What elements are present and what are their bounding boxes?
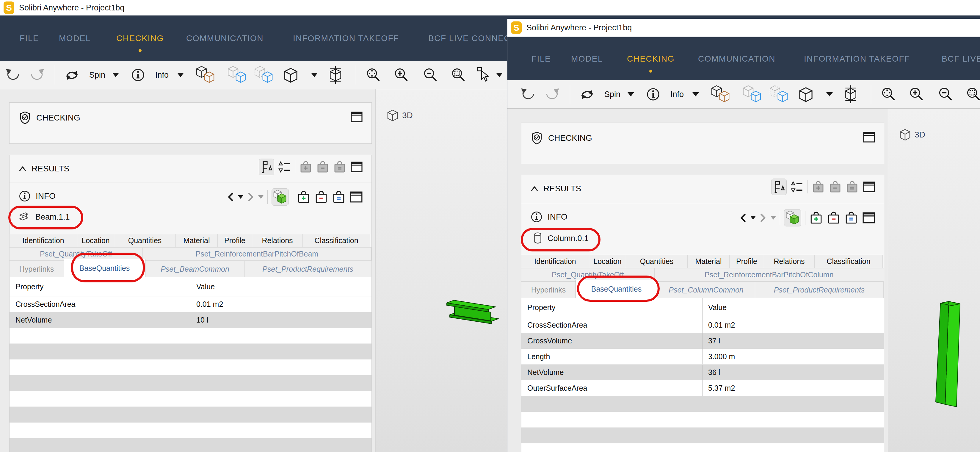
tab-identification[interactable]: Identification — [9, 234, 77, 247]
next-dropdown-caret[interactable] — [258, 195, 264, 199]
previous-dropdown-caret[interactable] — [750, 216, 756, 220]
next-element-button[interactable] — [760, 213, 767, 223]
menu-communication[interactable]: COMMUNICATION — [186, 33, 264, 43]
tab-classification[interactable]: Classification — [302, 234, 370, 247]
tab-basequantities[interactable]: BaseQuantities — [576, 280, 657, 298]
menu-model[interactable]: MODEL — [59, 33, 91, 43]
tab-location[interactable]: Location — [589, 255, 626, 268]
tab-pset-reinforcementbarpitch[interactable]: Pset_ReinforcementBarPitchOfBeam — [142, 247, 371, 261]
beam-3d-element[interactable] — [445, 298, 506, 328]
tab-pset-productrequirements[interactable]: Pset_ProductRequirements — [755, 282, 884, 298]
results-remove-basket-button[interactable] — [829, 180, 842, 193]
tab-pset-columncommon[interactable]: Pset_ColumnCommon — [657, 282, 755, 298]
results-add-basket-button[interactable] — [299, 161, 312, 173]
spin-icon[interactable] — [64, 67, 80, 83]
tab-pset-beamcommon[interactable]: Pset_BeamCommon — [145, 261, 245, 277]
undo-button[interactable] — [5, 67, 21, 83]
set-basket-button[interactable] — [332, 190, 345, 204]
spin-dropdown-caret[interactable] — [628, 92, 634, 96]
visualization-cube-blue-icon[interactable] — [743, 85, 763, 103]
info-button[interactable]: Info — [670, 90, 684, 99]
tab-location[interactable]: Location — [77, 234, 114, 247]
results-tree-toggle[interactable] — [259, 159, 274, 175]
table-row[interactable]: NetVolume 36 l — [521, 364, 884, 380]
previous-element-button[interactable] — [227, 192, 234, 202]
results-sort-button[interactable] — [791, 181, 803, 193]
spin-icon[interactable] — [579, 86, 595, 103]
info-dropdown-caret[interactable] — [692, 92, 699, 96]
panel-window-button[interactable] — [350, 191, 363, 203]
section-box-button[interactable] — [327, 66, 344, 84]
tab-classification[interactable]: Classification — [815, 255, 883, 268]
panel-window-button[interactable] — [862, 131, 876, 143]
tab-material[interactable]: Material — [175, 234, 218, 247]
zoom-fit-button[interactable] — [365, 67, 382, 83]
table-row[interactable]: NetVolume 10 l — [10, 312, 371, 328]
table-row[interactable]: GrossVolume 37 l — [521, 333, 884, 349]
zoom-area-button[interactable] — [966, 86, 980, 103]
menu-bcf-live-connect[interactable]: BCF LIVE CONNECT — [942, 54, 980, 64]
menu-information-takeoff[interactable]: INFORMATION TAKEOFF — [293, 33, 399, 43]
menu-bcf-live-connect[interactable]: BCF LIVE CONNECT — [428, 33, 516, 43]
next-element-button[interactable] — [247, 192, 254, 202]
tab-quantities[interactable]: Quantities — [114, 234, 176, 247]
info-icon[interactable] — [646, 87, 660, 102]
table-row[interactable]: CrossSectionArea 0.01 m2 — [521, 317, 884, 333]
results-remove-basket-button[interactable] — [316, 161, 329, 173]
zoom-in-button[interactable] — [908, 86, 925, 103]
tab-hyperlinks[interactable]: Hyperlinks — [9, 261, 64, 277]
results-set-basket-button[interactable] — [846, 180, 859, 193]
undo-button[interactable] — [520, 86, 536, 102]
menu-file[interactable]: FILE — [20, 33, 39, 43]
panel-window-button[interactable] — [862, 212, 876, 224]
select-tool-button[interactable] — [476, 67, 492, 83]
zoom-area-button[interactable] — [450, 67, 467, 83]
show-in-3d-toggle[interactable] — [272, 188, 289, 205]
tab-relations[interactable]: Relations — [252, 234, 303, 247]
tab-material[interactable]: Material — [687, 255, 730, 268]
tab-relations[interactable]: Relations — [764, 255, 815, 268]
results-add-basket-button[interactable] — [812, 180, 825, 193]
add-to-basket-button[interactable] — [809, 211, 823, 224]
redo-button[interactable] — [29, 67, 45, 83]
redo-button[interactable] — [544, 86, 560, 102]
table-row[interactable]: Length 3.000 m — [521, 349, 884, 364]
spin-button[interactable]: Spin — [89, 70, 105, 80]
previous-element-button[interactable] — [740, 213, 746, 223]
select-tool-dropdown-caret[interactable] — [496, 73, 503, 77]
previous-dropdown-caret[interactable] — [238, 195, 243, 199]
remove-from-basket-button[interactable] — [314, 190, 328, 204]
add-to-basket-button[interactable] — [297, 190, 310, 204]
results-tree-toggle[interactable] — [771, 178, 787, 195]
tab-profile[interactable]: Profile — [217, 234, 252, 247]
set-basket-button[interactable] — [845, 211, 858, 224]
menu-file[interactable]: FILE — [531, 54, 551, 64]
zoom-in-button[interactable] — [393, 67, 410, 83]
visualization-cube-blue-icon[interactable] — [228, 66, 247, 84]
zoom-out-button[interactable] — [422, 67, 439, 83]
view-cube-dropdown-caret[interactable] — [311, 73, 318, 77]
tab-profile[interactable]: Profile — [729, 255, 764, 268]
table-row[interactable]: CrossSectionArea 0.01 m2 — [10, 296, 371, 312]
visualization-cube-ghost-icon[interactable] — [770, 85, 789, 103]
zoom-out-button[interactable] — [937, 86, 954, 103]
3d-viewport[interactable]: 3D — [888, 108, 980, 452]
tab-quantities[interactable]: Quantities — [626, 255, 687, 268]
visualization-cube-ghost-icon[interactable] — [255, 66, 274, 84]
tab-identification[interactable]: Identification — [521, 255, 589, 268]
view-cube-button[interactable] — [798, 86, 814, 103]
next-dropdown-caret[interactable] — [771, 216, 776, 220]
titlebar[interactable]: S Solibri Anywhere - Project1bq — [0, 0, 980, 16]
show-in-3d-toggle[interactable] — [784, 209, 801, 226]
results-sort-button[interactable] — [278, 161, 291, 173]
remove-from-basket-button[interactable] — [827, 211, 840, 224]
menu-checking[interactable]: CHECKING — [627, 54, 675, 64]
menu-checking[interactable]: CHECKING — [116, 33, 164, 43]
tab-pset-reinforcementbarpitch[interactable]: Pset_ReinforcementBarPitchOfColumn — [654, 268, 884, 282]
panel-window-button[interactable] — [862, 181, 876, 193]
visualization-cube-brown-icon[interactable] — [196, 66, 216, 84]
tab-pset-productrequirements[interactable]: Pset_ProductRequirements — [245, 261, 371, 277]
tab-basequantities[interactable]: BaseQuantities — [64, 259, 145, 277]
spin-button[interactable]: Spin — [605, 90, 620, 99]
panel-window-button[interactable] — [350, 111, 363, 123]
